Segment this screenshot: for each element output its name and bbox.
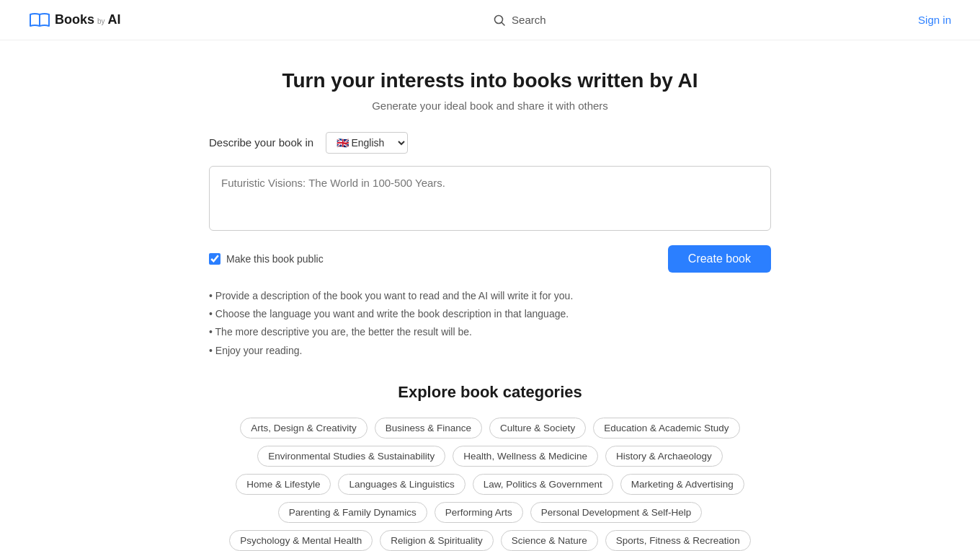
hero-title: Turn your interests into books written b… xyxy=(209,69,771,92)
category-tag[interactable]: Business & Finance xyxy=(375,418,482,438)
search-button[interactable]: Search xyxy=(493,14,546,27)
category-tag[interactable]: Environmental Studies & Sustainability xyxy=(257,446,445,467)
main-content: Turn your interests into books written b… xyxy=(195,40,785,551)
bottom-row: Make this book public Create book xyxy=(209,245,771,273)
create-book-button[interactable]: Create book xyxy=(668,245,771,273)
category-tag[interactable]: Marketing & Advertising xyxy=(620,474,744,495)
describe-label: Describe your book in xyxy=(209,136,313,149)
category-tag[interactable]: Arts, Design & Creativity xyxy=(240,418,367,438)
hero-subtitle: Generate your ideal book and share it wi… xyxy=(209,100,771,112)
public-checkbox[interactable] xyxy=(209,253,220,265)
instructions-list: Provide a description of the book you wa… xyxy=(209,287,771,360)
search-label: Search xyxy=(512,14,546,26)
category-tag[interactable]: Sports, Fitness & Recreation xyxy=(605,530,751,551)
instructions-ul: Provide a description of the book you wa… xyxy=(209,287,771,360)
category-tag[interactable]: Parenting & Family Dynamics xyxy=(278,502,427,523)
categories-cloud: Arts, Design & CreativityBusiness & Fina… xyxy=(209,418,771,551)
book-description-textarea[interactable] xyxy=(209,166,771,231)
category-tag[interactable]: Education & Academic Study xyxy=(593,418,739,438)
instruction-item-4: Enjoy your reading. xyxy=(209,342,771,360)
signin-link[interactable]: Sign in xyxy=(918,14,951,26)
language-form-row: Describe your book in 🇬🇧 English 🇪🇸 Span… xyxy=(209,132,771,154)
category-tag[interactable]: Personal Development & Self-Help xyxy=(530,502,703,523)
instruction-item-2: Choose the language you want and write t… xyxy=(209,305,771,323)
category-tag[interactable]: Performing Arts xyxy=(435,502,523,523)
instruction-item-1: Provide a description of the book you wa… xyxy=(209,287,771,305)
category-tag[interactable]: Religion & Spirituality xyxy=(380,530,494,551)
logo-link[interactable]: Books by AI xyxy=(29,12,121,29)
category-tag[interactable]: Culture & Society xyxy=(489,418,586,438)
public-checkbox-text: Make this book public xyxy=(226,253,324,265)
logo-ai-text: AI xyxy=(108,12,121,27)
navbar: Books by AI Search Sign in xyxy=(0,0,980,40)
logo-by-text: by xyxy=(97,17,105,25)
logo-books-text: Books xyxy=(55,12,94,27)
book-icon xyxy=(29,12,50,29)
category-tag[interactable]: Home & Lifestyle xyxy=(236,474,331,495)
book-description-section xyxy=(209,166,771,234)
category-tag[interactable]: Science & Nature xyxy=(501,530,598,551)
categories-title: Explore book categories xyxy=(209,383,771,402)
category-tag[interactable]: Law, Politics & Government xyxy=(473,474,613,495)
svg-line-1 xyxy=(502,22,504,25)
category-tag[interactable]: Languages & Linguistics xyxy=(338,474,465,495)
search-icon xyxy=(493,14,506,27)
category-tag[interactable]: Psychology & Mental Health xyxy=(229,530,373,551)
categories-section: Explore book categories Arts, Design & C… xyxy=(209,383,771,551)
category-tag[interactable]: Health, Wellness & Medicine xyxy=(453,446,598,467)
language-select[interactable]: 🇬🇧 English 🇪🇸 Spanish 🇫🇷 French 🇩🇪 Germa… xyxy=(326,132,408,154)
public-checkbox-label[interactable]: Make this book public xyxy=(209,253,324,265)
instruction-item-3: The more descriptive you are, the better… xyxy=(209,323,771,341)
category-tag[interactable]: History & Archaeology xyxy=(605,446,723,467)
